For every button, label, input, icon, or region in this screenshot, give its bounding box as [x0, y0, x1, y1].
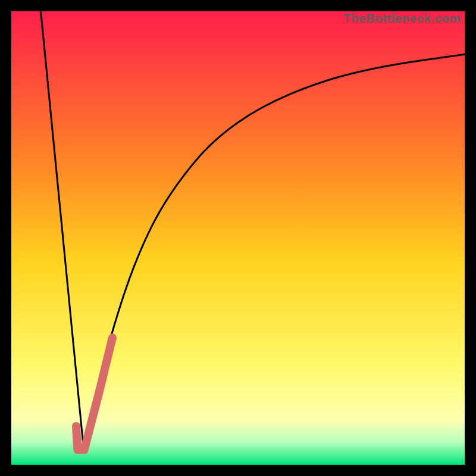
curve-layer	[11, 11, 465, 465]
curve-left-branch	[41, 11, 84, 451]
plot-area: TheBottleneck.com	[11, 11, 465, 465]
chart-frame: TheBottleneck.com	[0, 0, 476, 476]
curve-right-branch	[84, 54, 465, 451]
watermark-text: TheBottleneck.com	[344, 11, 461, 26]
